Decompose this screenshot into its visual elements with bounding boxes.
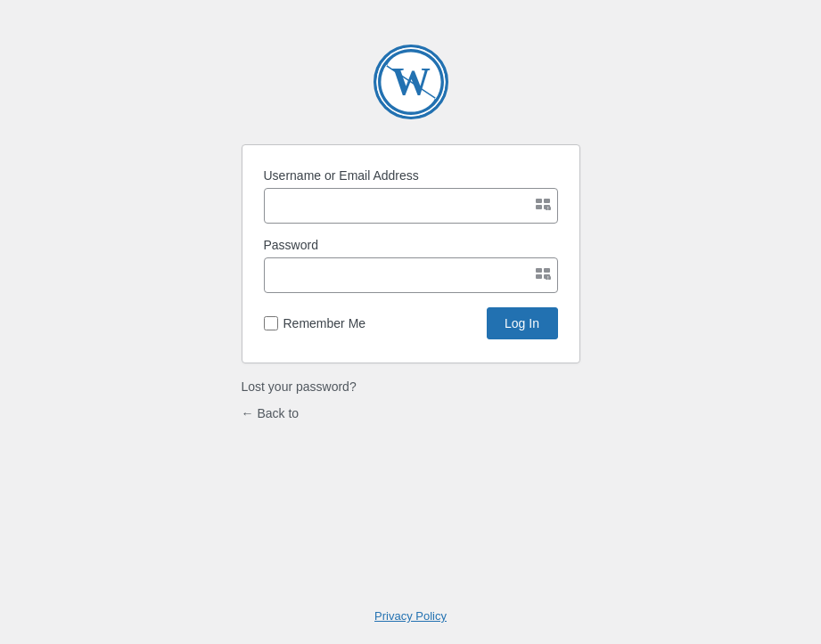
wordpress-logo-svg: W	[374, 45, 448, 119]
username-label: Username or Email Address	[264, 168, 558, 183]
remember-me-checkbox[interactable]	[264, 316, 278, 330]
back-to-link[interactable]: ← Back to	[242, 406, 580, 420]
username-input[interactable]	[264, 188, 558, 224]
lost-password-link[interactable]: Lost your password?	[242, 379, 580, 394]
login-button[interactable]: Log In	[487, 307, 558, 339]
login-box: Username or Email Address ! Password	[242, 144, 580, 363]
wordpress-logo-link[interactable]: W	[374, 107, 448, 122]
password-input[interactable]	[264, 257, 558, 293]
form-footer: Remember Me Log In	[264, 307, 558, 339]
svg-text:W: W	[391, 60, 431, 102]
privacy-policy-section: Privacy Policy	[374, 609, 447, 623]
username-group: Username or Email Address !	[264, 168, 558, 224]
remember-me-text: Remember Me	[283, 316, 366, 330]
below-login-links: Lost your password? ← Back to	[242, 379, 580, 420]
privacy-policy-link[interactable]: Privacy Policy	[374, 609, 447, 623]
password-input-wrapper: !	[264, 257, 558, 293]
password-label: Password	[264, 238, 558, 252]
wordpress-logo[interactable]: W	[374, 45, 448, 123]
username-input-wrapper: !	[264, 188, 558, 224]
remember-me-label[interactable]: Remember Me	[264, 316, 366, 330]
password-group: Password !	[264, 238, 558, 293]
